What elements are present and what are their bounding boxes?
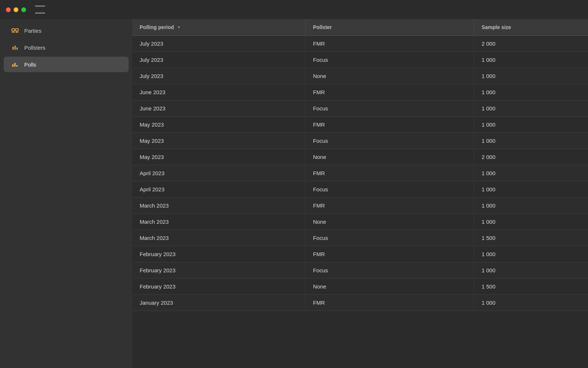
cell-period: March 2023	[132, 198, 305, 214]
cell-period: March 2023	[132, 230, 305, 246]
polls-icon	[11, 60, 19, 68]
maximize-button[interactable]	[21, 7, 26, 12]
polls-table-container[interactable]: Polling period ▼ Pollster Sample size Ju…	[132, 19, 588, 368]
cell-sample_size: 1 000	[474, 262, 588, 279]
table-row[interactable]: February 2023FMR1 000	[132, 246, 588, 262]
cell-pollster: Focus	[305, 52, 474, 68]
cell-sample_size: 1 000	[474, 84, 588, 100]
cell-pollster: None	[305, 149, 474, 165]
sidebar: Parties Pollsters Polls	[0, 0, 132, 368]
cell-pollster: Focus	[305, 100, 474, 117]
cell-period: May 2023	[132, 149, 305, 165]
cell-pollster: FMR	[305, 117, 474, 133]
table-row[interactable]: March 2023FMR1 000	[132, 198, 588, 214]
window-controls	[0, 6, 132, 14]
table-row[interactable]: May 2023FMR1 000	[132, 117, 588, 133]
col-header-period[interactable]: Polling period ▼	[132, 19, 305, 36]
cell-period: July 2023	[132, 52, 305, 68]
cell-sample_size: 1 000	[474, 117, 588, 133]
table-row[interactable]: January 2023FMR1 000	[132, 295, 588, 311]
main-content: Polls	[132, 0, 588, 368]
table-row[interactable]: July 2023FMR2 000	[132, 36, 588, 52]
cell-pollster: Focus	[305, 133, 474, 149]
cell-period: January 2023	[132, 295, 305, 311]
cell-period: April 2023	[132, 165, 305, 181]
cell-pollster: FMR	[305, 295, 474, 311]
pollsters-icon	[11, 43, 19, 52]
table-row[interactable]: February 2023None1 500	[132, 279, 588, 295]
cell-pollster: FMR	[305, 198, 474, 214]
cell-period: February 2023	[132, 279, 305, 295]
cell-sample_size: 1 000	[474, 100, 588, 117]
cell-pollster: Focus	[305, 262, 474, 279]
sidebar-item-polls[interactable]: Polls	[4, 57, 129, 72]
table-row[interactable]: June 2023Focus1 000	[132, 100, 588, 117]
table-row[interactable]: July 2023None1 000	[132, 68, 588, 84]
close-button[interactable]	[6, 7, 11, 12]
parties-label: Parties	[24, 28, 42, 34]
cell-period: February 2023	[132, 262, 305, 279]
cell-period: May 2023	[132, 133, 305, 149]
table-row[interactable]: April 2023FMR1 000	[132, 165, 588, 181]
polls-label: Polls	[24, 61, 36, 68]
cell-pollster: Focus	[305, 230, 474, 246]
table-row[interactable]: March 2023None1 000	[132, 214, 588, 230]
cell-sample_size: 1 000	[474, 198, 588, 214]
cell-period: May 2023	[132, 117, 305, 133]
cell-period: April 2023	[132, 181, 305, 198]
cell-sample_size: 1 000	[474, 295, 588, 311]
cell-sample_size: 1 000	[474, 133, 588, 149]
table-row[interactable]: July 2023Focus1 000	[132, 52, 588, 68]
table-row[interactable]: June 2023FMR1 000	[132, 84, 588, 100]
cell-sample_size: 1 500	[474, 230, 588, 246]
svg-rect-2	[12, 32, 15, 33]
sidebar-item-pollsters[interactable]: Pollsters	[4, 40, 129, 55]
col-header-pollster: Pollster	[305, 19, 474, 36]
cell-sample_size: 1 000	[474, 246, 588, 262]
cell-period: July 2023	[132, 68, 305, 84]
cell-pollster: None	[305, 214, 474, 230]
table-row[interactable]: February 2023Focus1 000	[132, 262, 588, 279]
cell-period: February 2023	[132, 246, 305, 262]
table-row[interactable]: May 2023Focus1 000	[132, 133, 588, 149]
titlebar	[0, 0, 588, 19]
cell-pollster: Focus	[305, 181, 474, 198]
cell-sample_size: 2 000	[474, 36, 588, 52]
cell-pollster: FMR	[305, 165, 474, 181]
svg-rect-0	[12, 29, 15, 31]
cell-pollster: FMR	[305, 246, 474, 262]
cell-pollster: FMR	[305, 36, 474, 52]
cell-period: March 2023	[132, 214, 305, 230]
cell-sample_size: 2 000	[474, 149, 588, 165]
cell-period: June 2023	[132, 100, 305, 117]
cell-sample_size: 1 000	[474, 52, 588, 68]
table-row[interactable]: March 2023Focus1 500	[132, 230, 588, 246]
cell-period: June 2023	[132, 84, 305, 100]
sort-icon: ▼	[177, 25, 181, 29]
sidebar-item-parties[interactable]: Parties	[4, 23, 129, 38]
minimize-button[interactable]	[14, 7, 18, 12]
cell-sample_size: 1 000	[474, 181, 588, 198]
cell-sample_size: 1 000	[474, 68, 588, 84]
parties-icon	[11, 26, 19, 35]
svg-rect-1	[15, 29, 18, 31]
sidebar-toggle-button[interactable]	[35, 6, 45, 14]
table-row[interactable]: April 2023Focus1 000	[132, 181, 588, 198]
cell-sample_size: 1 000	[474, 165, 588, 181]
pollsters-label: Pollsters	[24, 45, 46, 51]
polls-table: Polling period ▼ Pollster Sample size Ju…	[132, 19, 588, 311]
cell-pollster: None	[305, 279, 474, 295]
table-header-row: Polling period ▼ Pollster Sample size	[132, 19, 588, 36]
cell-period: July 2023	[132, 36, 305, 52]
col-header-sample-size: Sample size	[474, 19, 588, 36]
cell-sample_size: 1 500	[474, 279, 588, 295]
svg-rect-3	[15, 32, 18, 33]
cell-pollster: FMR	[305, 84, 474, 100]
cell-sample_size: 1 000	[474, 214, 588, 230]
cell-pollster: None	[305, 68, 474, 84]
table-row[interactable]: May 2023None2 000	[132, 149, 588, 165]
